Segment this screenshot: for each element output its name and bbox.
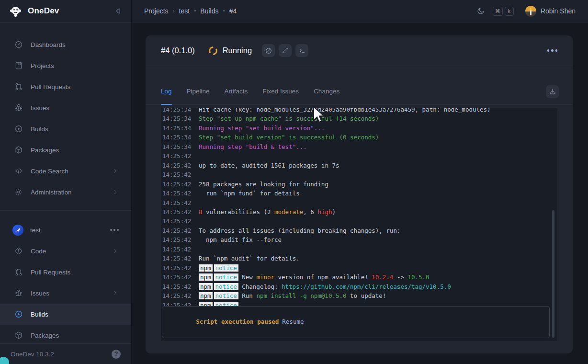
npm-badge: npm [199, 264, 213, 272]
log-line: 14:25:42 npm audit fix --force [162, 235, 556, 244]
breadcrumb-test[interactable]: test [179, 7, 190, 15]
log-text: Running step "build & test"... [199, 143, 307, 150]
log-line: 14:25:34Step "set up npm cache" is succe… [162, 114, 556, 123]
sidebar-item-code[interactable]: Code [0, 240, 131, 262]
log-line: 14:25:42 [162, 198, 556, 207]
sidebar-item-issues[interactable]: Issues [0, 97, 131, 118]
log-timestamp: 14:25:42 [162, 291, 192, 300]
breadcrumb-separator: › [173, 8, 175, 14]
log-line: 14:25:42 [162, 216, 556, 226]
edit-build-button[interactable] [279, 44, 292, 57]
log-lines: 14:25:34Hit cache (key: node_modules_32/… [162, 108, 556, 310]
log-line: 14:25:42npmnotice Run npm install -g npm… [162, 291, 556, 300]
log-timestamp: 14:25:42 [162, 254, 192, 263]
terminal-icon [298, 47, 306, 55]
npm-badge: npm [199, 283, 213, 290]
sidebar-item-label: Issues [31, 290, 49, 297]
download-log-button[interactable] [546, 85, 559, 98]
log-timestamp: 14:25:42 [162, 198, 192, 207]
log-text: 258 packages are looking for funding [199, 181, 328, 188]
sidebar-item-pull-requests[interactable]: Pull Requests [0, 76, 131, 97]
sidebar-divider [0, 210, 131, 211]
sidebar-collapse-icon[interactable] [113, 6, 123, 16]
log-text: 10.2.4 [372, 273, 393, 281]
log-text: To address all issues (including breakin… [199, 227, 400, 234]
log-line: 14:25:42up to date, audited 1561 package… [162, 161, 556, 170]
sidebar-item-issues[interactable]: Issues [0, 283, 131, 304]
log-text: run `npm fund` for details [199, 190, 300, 197]
build-actions [262, 44, 312, 57]
cancel-build-button[interactable] [262, 44, 275, 57]
log-timestamp: 14:25:42 [162, 161, 192, 170]
git-icon [14, 247, 23, 256]
log-text: Run [238, 292, 257, 299]
dark-mode-toggle-icon[interactable] [476, 7, 485, 15]
log-text: https://github.com/npm/cli/releases/tag/… [282, 283, 451, 290]
brand-name: OneDev [28, 6, 59, 16]
build-header: #4 (0.1.0) Running [146, 35, 573, 66]
onedev-logo-icon [9, 4, 23, 18]
package-icon [14, 146, 23, 155]
log-line: 14:25:42 [162, 170, 556, 179]
tab-changes[interactable]: Changes [314, 88, 339, 104]
tab-artifacts[interactable]: Artifacts [225, 88, 248, 104]
log-text: Changelog: [238, 283, 282, 290]
build-more-icon[interactable] [547, 49, 558, 52]
user-name: Robin Shen [541, 7, 576, 15]
log-line: 14:25:42npmnotice Changelog: https://git… [162, 282, 556, 291]
log-text: to update! [347, 292, 386, 299]
tab-fixed-issues[interactable]: Fixed Issues [262, 88, 299, 104]
package-icon [14, 331, 23, 340]
log-text: Step "set build version" is successful (… [199, 134, 379, 141]
help-icon[interactable]: ? [112, 350, 121, 359]
breadcrumb-projects[interactable]: Projects [144, 7, 169, 15]
log-timestamp: 14:25:34 [162, 108, 192, 114]
sidebar-item-builds[interactable]: Builds [0, 118, 131, 139]
sidebar-item-pull-requests[interactable]: Pull Requests [0, 262, 131, 283]
gear-icon [14, 188, 23, 197]
log-timestamp: 14:25:42 [162, 180, 192, 189]
log-text: ) [332, 208, 336, 216]
user-menu[interactable]: Robin Shen [525, 6, 576, 17]
log-line: 14:25:42Run `npm audit` for details. [162, 254, 556, 263]
notice-badge: notice [214, 292, 238, 299]
resume-link[interactable]: Resume [282, 318, 304, 325]
sidebar-item-packages[interactable]: Packages [0, 325, 131, 346]
running-spinner-icon [208, 46, 218, 56]
paused-notice: Script execution pausedResume [162, 306, 550, 338]
web-terminal-button[interactable] [295, 44, 308, 57]
breadcrumb-separator: • [194, 8, 196, 14]
build-card: #4 (0.1.0) Running LogPipelineArtifactsF… [146, 35, 573, 353]
project-more-icon[interactable] [110, 229, 119, 231]
log-timestamp: 14:25:42 [162, 170, 192, 179]
sidebar-item-label: Code Search [31, 168, 68, 175]
sidebar-project-row[interactable]: test [0, 219, 131, 240]
log-line: 14:25:42 [162, 245, 556, 254]
sidebar-item-administration[interactable]: Administration [0, 182, 131, 203]
notice-badge: notice [214, 283, 238, 290]
ban-icon [265, 47, 272, 55]
sidebar-item-dashboards[interactable]: Dashboards [0, 34, 131, 55]
version-label: OneDev 10.3.2 [11, 351, 54, 358]
sidebar-item-label: Administration [31, 189, 72, 196]
tab-pipeline[interactable]: Pipeline [187, 88, 210, 104]
notice-badge: notice [214, 273, 238, 281]
log-scrollbar-thumb[interactable] [552, 210, 554, 338]
log-text: moderate [274, 208, 303, 216]
sidebar-item-packages[interactable]: Packages [0, 139, 131, 160]
log-line: 14:25:428 vulnerabilities (2 moderate, 6… [162, 207, 556, 216]
npm-badge: npm [199, 292, 213, 299]
build-log-terminal[interactable]: 14:25:34Hit cache (key: node_modules_32/… [161, 108, 557, 341]
paused-text: Script execution paused [196, 318, 279, 325]
sidebar-project-nav: CodePull RequestsIssuesBuildsPackages [0, 240, 131, 346]
log-timestamp: 14:25:42 [162, 263, 192, 273]
sidebar-item-code-search[interactable]: Code Search [0, 160, 131, 182]
log-timestamp: 14:25:42 [162, 189, 192, 198]
breadcrumb-separator: • [223, 8, 225, 14]
sidebar-item-builds[interactable]: Builds [0, 304, 131, 325]
tab-log[interactable]: Log [161, 88, 172, 104]
code-icon [14, 167, 23, 176]
log-line: 14:25:42To address all issues (including… [162, 226, 556, 235]
breadcrumb-builds[interactable]: Builds [200, 7, 218, 15]
sidebar-item-projects[interactable]: Projects [0, 55, 131, 76]
